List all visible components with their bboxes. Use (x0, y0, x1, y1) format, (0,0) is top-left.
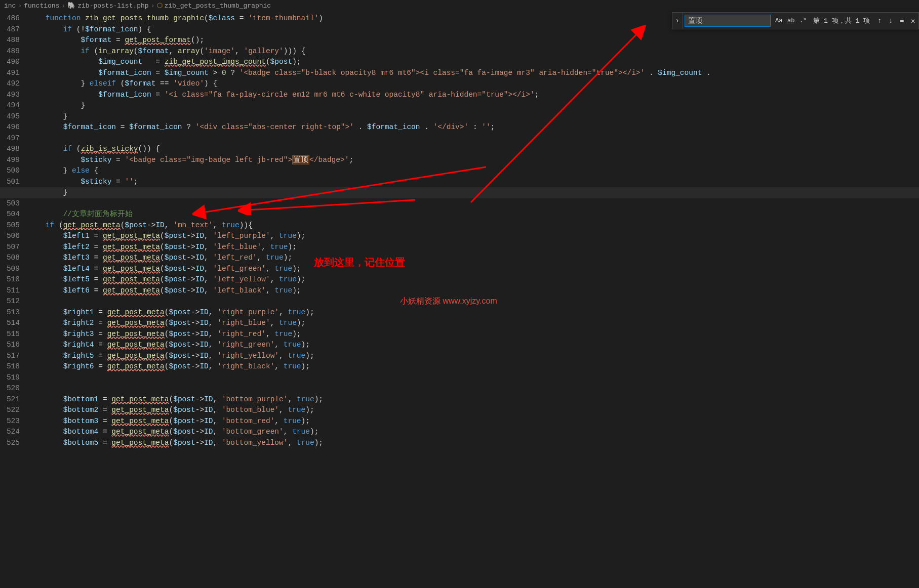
find-toggle-replace[interactable]: › (672, 13, 683, 29)
watermark: 小妖精资源 www.xyjzy.com (400, 296, 497, 307)
find-menu[interactable]: ≡ (896, 15, 907, 26)
find-input[interactable] (685, 15, 771, 27)
find-status: 第 1 项，共 1 项 (813, 16, 870, 25)
breadcrumb-seg[interactable]: inc (4, 2, 16, 10)
breadcrumb-seg[interactable]: functions (24, 2, 59, 10)
find-prev[interactable]: ↑ (874, 15, 885, 26)
php-icon: 🐘 (67, 2, 75, 10)
breadcrumb: inc › functions › 🐘 zib-posts-list.php ›… (0, 0, 919, 11)
breadcrumb-sep: › (151, 2, 155, 10)
annotation-text: 放到这里，记住位置 (314, 256, 405, 269)
find-regex-option[interactable]: .* (797, 15, 809, 26)
line-number-gutter: 4864874884894904914924934944954964974984… (0, 11, 28, 588)
find-widget: › Aa ab .* 第 1 项，共 1 项 ↑ ↓ ≡ ✕ (672, 12, 919, 29)
breadcrumb-sep: › (18, 2, 22, 10)
breadcrumb-sep: › (61, 2, 65, 10)
find-word-option[interactable]: ab (785, 15, 796, 26)
breadcrumb-seg[interactable]: zib-posts-list.php (77, 2, 148, 10)
find-next[interactable]: ↓ (885, 15, 896, 26)
find-close[interactable]: ✕ (907, 15, 918, 26)
find-case-option[interactable]: Aa (773, 15, 784, 26)
function-icon: ⬡ (157, 2, 163, 10)
breadcrumb-seg[interactable]: zib_get_posts_thumb_graphic (165, 2, 271, 10)
